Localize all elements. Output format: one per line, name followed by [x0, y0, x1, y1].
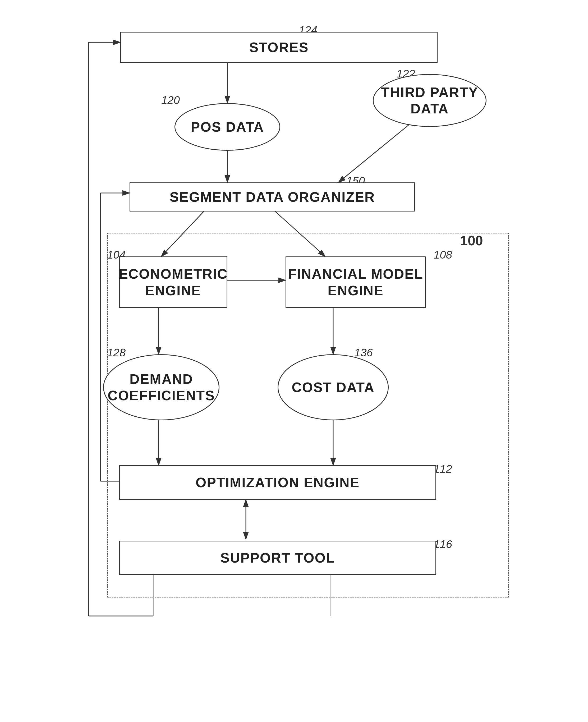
econometric-box: ECONOMETRIC ENGINE	[119, 256, 227, 308]
pos-data-ellipse: POS DATA	[174, 103, 280, 151]
third-party-ellipse: THIRD PARTY DATA	[373, 74, 486, 127]
ref-demand: 128	[107, 346, 126, 359]
bottom-right-line	[331, 575, 331, 616]
ref-pos: 120	[161, 94, 180, 107]
ref-support: 116	[434, 538, 452, 551]
third-party-label: THIRD PARTY DATA	[381, 84, 478, 117]
financial-box: FINANCIAL MODEL ENGINE	[286, 256, 426, 308]
diagram-container: 124 STORES 120 POS DATA 122 THIRD PARTY …	[48, 16, 539, 703]
stores-label: STORES	[249, 39, 309, 56]
ref-costdata: 136	[354, 346, 373, 359]
optimization-label: OPTIMIZATION ENGINE	[196, 474, 360, 491]
pos-data-label: POS DATA	[191, 119, 264, 135]
cost-data-ellipse: COST DATA	[278, 354, 388, 420]
ref-100: 100	[460, 233, 483, 249]
support-tool-label: SUPPORT TOOL	[220, 550, 335, 566]
demand-ellipse: DEMAND COEFFICIENTS	[103, 354, 219, 420]
stores-box: STORES	[120, 32, 438, 63]
financial-label: FINANCIAL MODEL ENGINE	[288, 266, 423, 299]
optimization-box: OPTIMIZATION ENGINE	[119, 465, 436, 500]
cost-data-label: COST DATA	[292, 379, 375, 396]
bottom-left-line	[153, 575, 154, 616]
econometric-label: ECONOMETRIC ENGINE	[119, 266, 228, 299]
segment-box: SEGMENT DATA ORGANIZER	[129, 183, 415, 212]
demand-label: DEMAND COEFFICIENTS	[108, 371, 215, 404]
segment-label: SEGMENT DATA ORGANIZER	[170, 189, 375, 205]
ref-optimization: 112	[434, 463, 452, 475]
support-tool-box: SUPPORT TOOL	[119, 540, 436, 575]
ref-financial: 108	[434, 249, 452, 261]
